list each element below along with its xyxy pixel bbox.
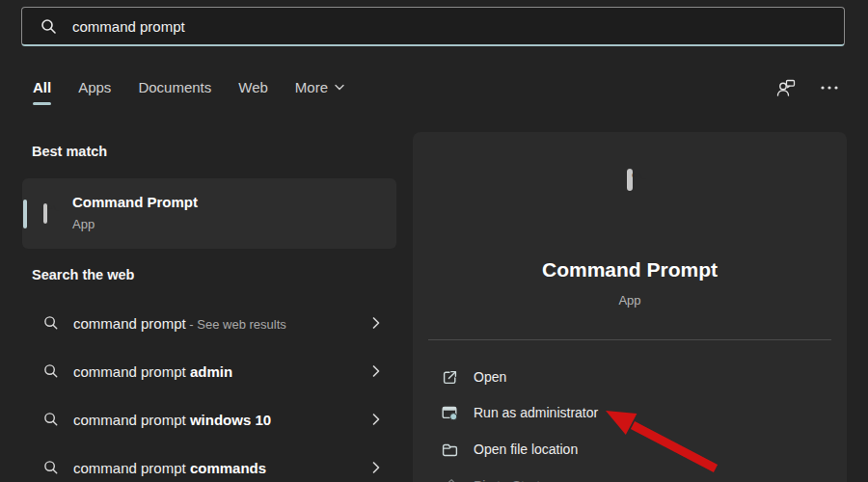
search-input[interactable]: command prompt [21, 7, 845, 46]
command-prompt-app-icon: C:\_ [43, 205, 47, 223]
preview-app-name: Command Prompt [413, 258, 847, 281]
chevron-right-icon[interactable] [372, 414, 380, 426]
best-match-heading: Best match [32, 144, 107, 159]
tab-apps[interactable]: Apps [78, 79, 111, 95]
web-suggestion-row[interactable]: command prompt commands [22, 445, 396, 482]
search-icon [41, 18, 57, 35]
suggestion-text: command prompt windows 10 [73, 412, 271, 428]
chevron-right-icon[interactable] [372, 462, 380, 474]
web-suggestion-row[interactable]: command prompt windows 10 [22, 397, 396, 442]
action-label: Run as administrator [474, 405, 598, 420]
action-label: Open file location [474, 442, 578, 457]
search-icon [43, 363, 59, 379]
tab-documents[interactable]: Documents [138, 79, 211, 95]
suggestion-text: command prompt - See web results [73, 315, 286, 332]
action-label: Open [474, 369, 506, 385]
open-external-icon [442, 369, 458, 386]
best-match-app-name: Command Prompt [72, 194, 198, 210]
command-prompt-app-icon-large: C:\_ [627, 172, 633, 189]
web-suggestion-row[interactable]: command prompt admin [22, 349, 396, 393]
more-options-icon[interactable] [820, 85, 839, 91]
chevron-down-icon [335, 84, 344, 91]
action-pin-to-start[interactable]: Pin to Start [413, 468, 847, 482]
action-run-as-administrator[interactable]: Run as administrator [413, 394, 847, 431]
action-open[interactable]: Open [413, 359, 847, 395]
action-open-file-location[interactable]: Open file location [413, 431, 847, 468]
search-web-heading: Search the web [32, 267, 134, 282]
preview-app-type: App [413, 293, 847, 308]
web-suggestion-row[interactable]: command prompt - See web results [22, 301, 396, 345]
app-preview-panel: C:\_ Command Prompt App Open Run as admi… [413, 132, 847, 482]
chevron-right-icon[interactable] [372, 317, 380, 330]
folder-icon [442, 442, 458, 458]
best-match-app-type: App [72, 217, 95, 231]
tab-more[interactable]: More [295, 79, 344, 95]
selection-accent-bar [23, 200, 27, 228]
tab-web[interactable]: Web [238, 79, 268, 95]
chevron-right-icon[interactable] [372, 365, 380, 378]
search-icon [43, 315, 59, 331]
search-query-text: command prompt [72, 18, 185, 35]
search-icon [43, 412, 59, 427]
header-icons [775, 77, 839, 98]
run-as-admin-icon [442, 405, 458, 421]
tab-selected-underline [33, 102, 51, 106]
divider [428, 339, 831, 340]
tab-all[interactable]: All [33, 79, 51, 95]
suggestion-text: command prompt commands [73, 460, 266, 476]
best-match-result[interactable]: C:\_ Command Prompt App [22, 178, 396, 249]
action-label: Pin to Start [474, 478, 540, 482]
pin-icon [442, 478, 458, 482]
search-filter-tabs: All Apps Documents Web More [33, 79, 344, 95]
suggestion-text: command prompt admin [73, 363, 232, 380]
search-icon [43, 460, 59, 475]
user-feedback-icon[interactable] [775, 77, 797, 98]
